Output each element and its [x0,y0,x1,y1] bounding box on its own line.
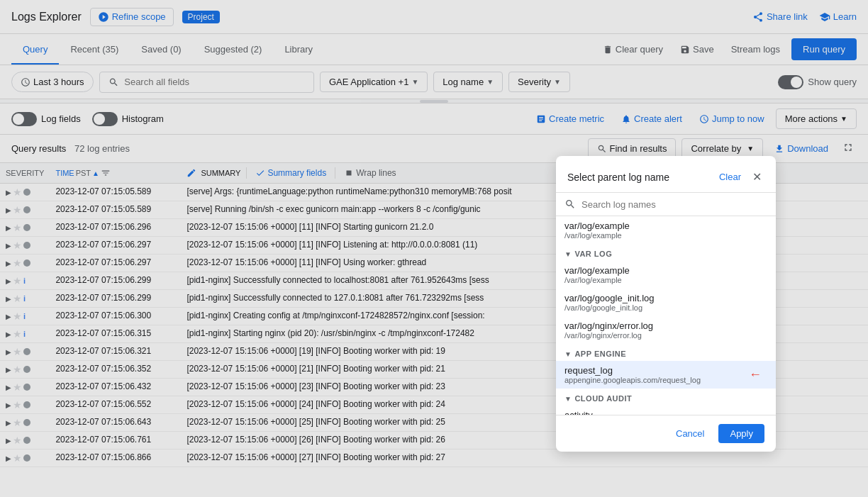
chevron-down-icon: ▼ [564,395,572,403]
search-icon [564,199,576,210]
list-item[interactable]: request_log appengine.googleapis.com/req… [556,361,776,389]
log-item-path: appengine.googleapis.com/request_log [564,376,701,384]
modal-header: Select parent log name Clear ✕ [556,156,776,193]
chevron-down-icon: ▼ [564,250,572,258]
log-item-name: var/log/nginx/error.log [564,320,767,331]
log-item-path: /var/log/google_init.log [564,303,767,312]
arrow-indicator: ← [749,367,762,382]
select-parent-log-panel: Select parent log name Clear ✕ var/log/e… [556,156,776,452]
modal-search[interactable] [556,193,776,216]
modal-overlay: Select parent log name Clear ✕ var/log/e… [0,0,868,497]
log-item-path: /var/log/nginx/error.log [564,331,767,340]
chevron-down-icon: ▼ [564,350,572,358]
log-group-header[interactable]: ▼ VAR LOG [556,244,776,261]
modal-close-button[interactable]: ✕ [750,167,764,186]
log-group-header[interactable]: ▼ CLOUD AUDIT [556,389,776,406]
list-item[interactable]: var/log/example/var/log/example [556,261,776,289]
group-label: VAR LOG [574,250,612,258]
apply-button[interactable]: Apply [718,424,764,443]
log-item-path: /var/log/example [564,276,767,284]
log-item-name: request_log [564,365,701,376]
log-item-name: var/log/google_init.log [564,293,767,303]
log-item-name: activity [564,410,767,415]
log-item-name: var/log/example [564,265,767,276]
modal-clear-button[interactable]: Clear [713,169,747,185]
log-group-header[interactable]: ▼ APP ENGINE [556,344,776,361]
log-name-search-input[interactable] [582,199,767,210]
list-item[interactable]: activitycloudaudit.googleapis.com/activi… [556,406,776,415]
modal-list: var/log/example /var/log/example▼ VAR LO… [556,216,776,415]
list-item[interactable]: var/log/example /var/log/example [556,216,776,244]
list-item[interactable]: var/log/nginx/error.log/var/log/nginx/er… [556,316,776,344]
cancel-button[interactable]: Cancel [667,424,713,443]
modal-title: Select parent log name [567,172,669,183]
log-item-path: /var/log/example [564,231,767,240]
list-item[interactable]: var/log/google_init.log/var/log/google_i… [556,289,776,316]
log-item-name: var/log/example [564,220,767,231]
modal-footer: Cancel Apply [556,415,776,452]
group-label: APP ENGINE [574,350,626,358]
group-label: CLOUD AUDIT [574,394,632,403]
